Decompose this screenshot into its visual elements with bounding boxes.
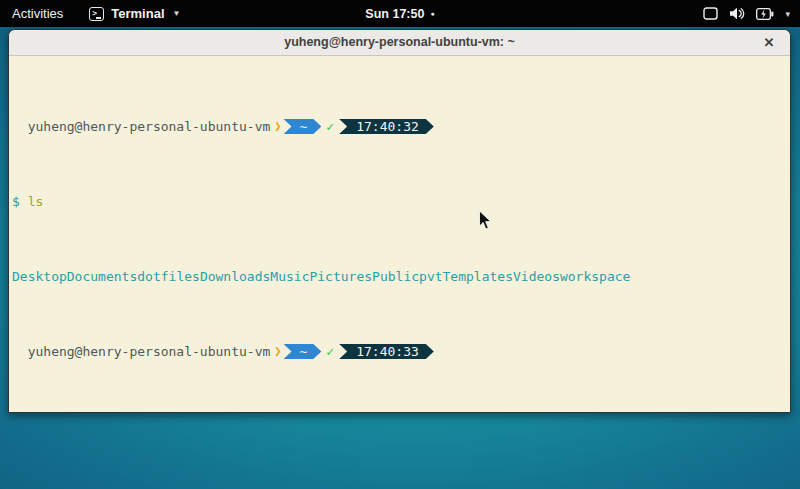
desktop: { "topbar": { "activities_label": "Activ…: [0, 0, 800, 489]
window-title: yuheng@henry-personal-ubuntu-vm: ~: [284, 35, 515, 49]
directory-entry: Documents: [67, 269, 137, 284]
prompt-user: yuheng@henry-personal-ubuntu-vm: [28, 344, 271, 359]
cwd-segment: ~: [284, 119, 322, 134]
clock-label: Sun 17:50: [365, 7, 424, 21]
clock-menu[interactable]: Sun 17:50 ●: [365, 0, 434, 27]
terminal-icon: >: [89, 7, 104, 21]
command-line: $ ls: [12, 194, 788, 209]
ls-output-row: Desktop Documents dotfiles Downloads Mus…: [12, 269, 788, 284]
app-menu-label: Terminal: [111, 6, 164, 21]
prompt-user: yuheng@henry-personal-ubuntu-vm: [28, 119, 271, 134]
time-segment: 17:40:32: [339, 119, 434, 134]
terminal-screen[interactable]: yuheng@henry-personal-ubuntu-vm❯~✓17:40:…: [9, 56, 790, 413]
chevron-right-icon: ❯: [274, 344, 281, 359]
directory-entry: Music: [270, 269, 309, 284]
terminal-window: yuheng@henry-personal-ubuntu-vm: ~ ✕ yuh…: [8, 29, 791, 413]
status-check-icon: ✓: [326, 344, 334, 359]
activities-button[interactable]: Activities: [12, 6, 63, 21]
battery-charging-icon: [756, 8, 774, 20]
menu-caret-icon: ▼: [173, 9, 181, 18]
close-button[interactable]: ✕: [758, 30, 780, 55]
directory-entry: Downloads: [200, 269, 270, 284]
prompt-line: yuheng@henry-personal-ubuntu-vm❯~✓17:40:…: [12, 344, 788, 359]
system-status-menu[interactable]: ▾: [703, 0, 790, 27]
prompt-dollar: $: [12, 194, 20, 209]
directory-entry: Public: [372, 269, 419, 284]
notification-dot-icon: ●: [430, 10, 434, 17]
directory-entry: dotfiles: [137, 269, 200, 284]
typed-command: ls: [28, 194, 44, 209]
app-menu-terminal[interactable]: > Terminal ▼: [89, 6, 180, 21]
directory-entry: Pictures: [309, 269, 372, 284]
directory-entry: Templates: [443, 269, 513, 284]
directory-entry: workspace: [560, 269, 630, 284]
chevron-right-icon: ❯: [274, 119, 281, 134]
top-bar: Activities > Terminal ▼ Sun 17:50 ● ▾: [0, 0, 800, 27]
status-check-icon: ✓: [326, 119, 334, 134]
directory-entry: pvt: [419, 269, 442, 284]
time-segment: 17:40:33: [339, 344, 434, 359]
directory-entry: Videos: [513, 269, 560, 284]
chevron-down-icon: ▾: [785, 9, 790, 19]
directory-entry: Desktop: [12, 269, 67, 284]
prompt-line: yuheng@henry-personal-ubuntu-vm❯~✓17:40:…: [12, 119, 788, 134]
cwd-segment: ~: [284, 344, 322, 359]
display-icon: [703, 7, 718, 20]
window-titlebar[interactable]: yuheng@henry-personal-ubuntu-vm: ~ ✕: [9, 30, 790, 56]
volume-icon: [729, 7, 745, 20]
